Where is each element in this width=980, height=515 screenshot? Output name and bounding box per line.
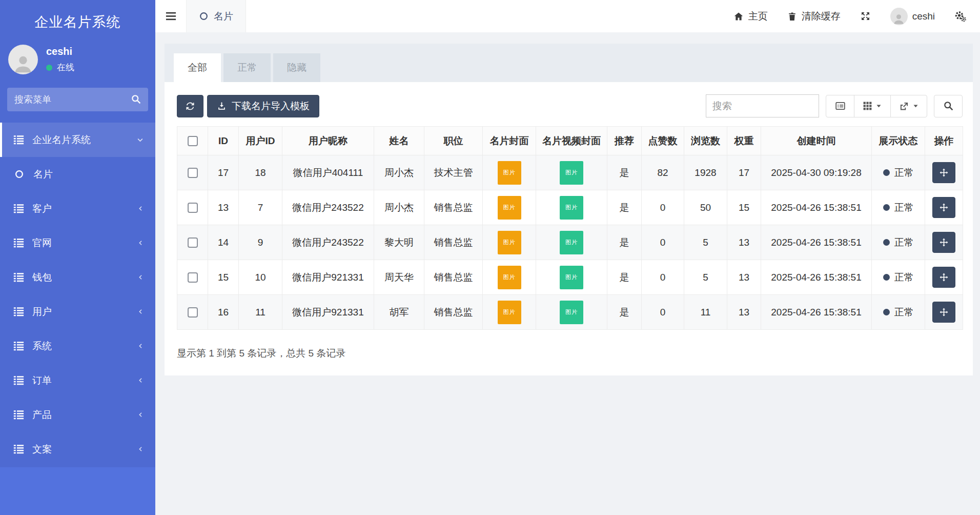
cell-nickname: 微信用户921331 <box>282 295 374 330</box>
sidebar-search-input[interactable] <box>7 88 148 111</box>
user-status-label: 在线 <box>57 62 74 73</box>
sidebar-item-order[interactable]: 订单 <box>0 363 155 398</box>
cell-weight: 17 <box>727 155 761 190</box>
table-header-row: ID 用户ID 用户昵称 姓名 职位 名片封面 名片视频封面 推荐 点赞数 浏览… <box>177 127 963 155</box>
user-avatar[interactable] <box>8 45 38 74</box>
video-cover-thumbnail[interactable]: 图片 <box>560 301 583 324</box>
user-panel: ceshi 在线 <box>0 35 155 77</box>
move-icon <box>939 307 949 317</box>
tab-normal[interactable]: 正常 <box>223 53 271 82</box>
card-cover-thumbnail[interactable]: 图片 <box>498 301 521 324</box>
video-cover-thumbnail[interactable]: 图片 <box>560 231 583 254</box>
user-menu[interactable]: ceshi <box>890 8 935 25</box>
sidebar-item-user[interactable]: 用户 <box>0 294 155 329</box>
row-checkbox[interactable] <box>188 237 198 248</box>
col-nickname: 用户昵称 <box>282 127 374 155</box>
top-navbar: 名片 主页 清除缓存 ceshi <box>155 0 980 32</box>
video-cover-thumbnail[interactable]: 图片 <box>560 161 583 185</box>
sidebar-item-wallet[interactable]: 钱包 <box>0 260 155 294</box>
fullscreen-button[interactable] <box>860 11 871 22</box>
sidebar-item-label: 文案 <box>32 443 137 456</box>
drag-sort-button[interactable] <box>932 232 955 253</box>
drag-sort-button[interactable] <box>932 197 955 218</box>
row-checkbox[interactable] <box>188 168 198 178</box>
columns-button[interactable] <box>854 95 891 117</box>
status-dot <box>883 274 890 281</box>
circle-icon <box>199 11 209 21</box>
sidebar-item-label: 名片 <box>33 168 144 181</box>
download-template-button[interactable]: 下载名片导入模板 <box>207 95 319 117</box>
cell-weight: 15 <box>727 190 761 225</box>
cell-likes: 0 <box>642 190 684 225</box>
toggle-view-button[interactable] <box>826 95 854 117</box>
sidebar-item-label: 用户 <box>32 305 137 319</box>
list-icon <box>13 409 25 420</box>
table-search-input[interactable] <box>706 94 819 117</box>
col-views: 浏览数 <box>684 127 727 155</box>
sidebar-top: 企业名片系统 ceshi 在线 <box>0 0 155 467</box>
list-icon <box>13 272 25 283</box>
cell-name: 周小杰 <box>374 190 424 225</box>
refresh-button[interactable] <box>177 95 203 117</box>
sidebar-item-card-system[interactable]: 企业名片系统 <box>0 123 155 157</box>
cell-name: 周小杰 <box>374 155 424 190</box>
refresh-icon <box>185 101 195 111</box>
navbar-username: ceshi <box>912 11 935 22</box>
menu-toggle-button[interactable] <box>155 0 186 32</box>
drag-sort-button[interactable] <box>932 302 955 323</box>
sidebar-item-product[interactable]: 产品 <box>0 398 155 432</box>
col-recommend: 推荐 <box>607 127 642 155</box>
cell-nickname: 微信用户921331 <box>282 260 374 295</box>
sidebar-item-label: 企业名片系统 <box>32 133 136 147</box>
sidebar-menu: 企业名片系统 名片 客户 <box>0 123 155 466</box>
cell-nickname: 微信用户243522 <box>282 225 374 260</box>
select-all-checkbox[interactable] <box>188 136 198 146</box>
caret-down-icon <box>875 103 882 109</box>
navbar-tab-card[interactable]: 名片 <box>186 0 246 32</box>
sidebar-item-card[interactable]: 名片 <box>0 157 155 191</box>
export-button[interactable] <box>890 95 927 117</box>
cell-position: 技术主管 <box>424 155 483 190</box>
tab-hidden[interactable]: 隐藏 <box>273 53 320 82</box>
card-cover-thumbnail[interactable]: 图片 <box>498 231 521 254</box>
list-icon <box>13 134 25 145</box>
settings-button[interactable] <box>954 10 967 23</box>
col-name: 姓名 <box>374 127 424 155</box>
sidebar-item-customer[interactable]: 客户 <box>0 191 155 226</box>
clear-cache-label: 清除缓存 <box>802 10 841 23</box>
table-row: 15 10 微信用户921331 周天华 销售总监 图片 图片 是 0 5 13… <box>177 260 963 295</box>
drag-sort-button[interactable] <box>932 267 955 288</box>
cell-recommend: 是 <box>607 295 642 330</box>
card-cover-thumbnail[interactable]: 图片 <box>498 196 521 220</box>
advanced-search-button[interactable] <box>934 95 963 117</box>
drag-sort-button[interactable] <box>932 162 955 183</box>
sidebar-item-system[interactable]: 系统 <box>0 329 155 363</box>
online-dot <box>46 65 52 71</box>
card-cover-thumbnail[interactable]: 图片 <box>498 266 521 289</box>
list-icon <box>13 341 25 351</box>
sidebar-item-website[interactable]: 官网 <box>0 226 155 260</box>
toolbar-right <box>706 94 963 117</box>
cell-views: 5 <box>684 225 727 260</box>
list-icon <box>13 237 25 248</box>
cell-views: 5 <box>684 260 727 295</box>
sidebar-item-copywriting[interactable]: 文案 <box>0 432 155 466</box>
panel-body: 下载名片导入模板 <box>165 82 973 375</box>
col-actions: 操作 <box>925 127 963 155</box>
cell-recommend: 是 <box>607 155 642 190</box>
row-checkbox[interactable] <box>188 203 198 213</box>
tab-all[interactable]: 全部 <box>174 53 221 82</box>
move-icon <box>939 272 949 282</box>
row-checkbox[interactable] <box>188 307 198 318</box>
home-link[interactable]: 主页 <box>733 10 768 23</box>
clear-cache-link[interactable]: 清除缓存 <box>787 10 841 23</box>
sidebar: 企业名片系统 ceshi 在线 <box>0 0 155 515</box>
video-cover-thumbnail[interactable]: 图片 <box>560 196 583 220</box>
cell-position: 销售总监 <box>424 260 483 295</box>
search-icon <box>943 101 954 111</box>
row-checkbox[interactable] <box>188 272 198 283</box>
col-status: 展示状态 <box>872 127 925 155</box>
card-cover-thumbnail[interactable]: 图片 <box>498 161 521 185</box>
cell-id: 15 <box>208 260 239 295</box>
video-cover-thumbnail[interactable]: 图片 <box>560 266 583 289</box>
